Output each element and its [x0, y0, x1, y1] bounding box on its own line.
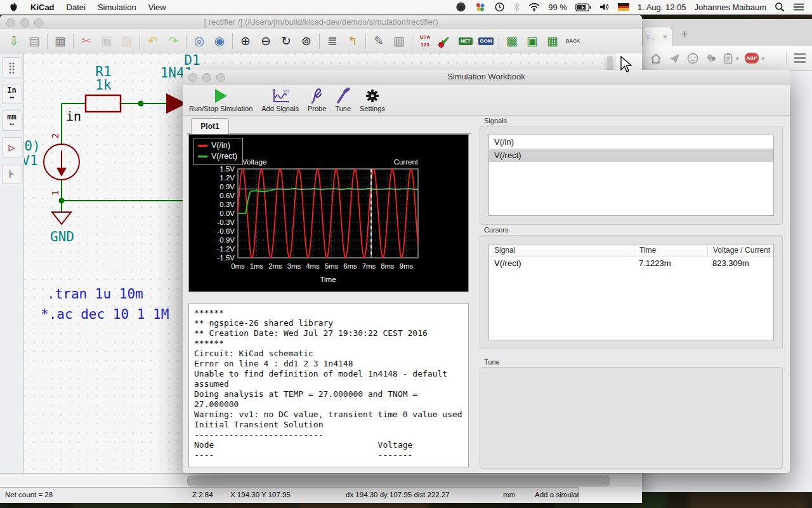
- tab-plot1[interactable]: Plot1: [191, 118, 229, 135]
- annotate-button[interactable]: U?A123: [415, 32, 435, 51]
- close-button[interactable]: [6, 18, 15, 27]
- find-replace-button[interactable]: ◉: [209, 32, 230, 51]
- spotlight-search-icon[interactable]: [775, 2, 785, 12]
- redo-button[interactable]: ↷: [163, 32, 183, 51]
- dark-app-icon[interactable]: [455, 2, 466, 12]
- browser-tab-label: i...: [647, 32, 655, 41]
- scrollbar-thumb[interactable]: [187, 476, 610, 486]
- units-inch-button[interactable]: In↔: [2, 84, 22, 104]
- send-icon[interactable]: [668, 53, 681, 64]
- svg-text:0.0V: 0.0V: [219, 210, 235, 217]
- signal-item[interactable]: V(/rect): [489, 149, 773, 162]
- signal-item[interactable]: V(/in): [489, 135, 773, 149]
- time-machine-icon[interactable]: [494, 2, 505, 12]
- cursors-column-header[interactable]: Voltage / Current: [707, 244, 773, 257]
- cursors-label: Cursors: [484, 226, 509, 234]
- settings-button[interactable]: Settings: [360, 87, 385, 112]
- zoom-button[interactable]: [34, 18, 43, 27]
- leave-sheet-button[interactable]: ↰: [343, 32, 363, 51]
- bubbles-icon[interactable]: [705, 53, 717, 64]
- tune-label: Tune: [484, 358, 500, 366]
- zoom-in-button[interactable]: ⊕: [235, 32, 256, 51]
- german-flag-icon[interactable]: [618, 3, 629, 11]
- footprint-editor-button[interactable]: ▦: [542, 32, 563, 51]
- bom-button[interactable]: BOM: [476, 32, 496, 51]
- cursor-row-cell[interactable]: 7.1223m: [634, 257, 707, 270]
- print-button[interactable]: ▦: [50, 32, 70, 51]
- footprint-associate-button[interactable]: ▣: [522, 32, 542, 51]
- apple-menu[interactable]: [9, 2, 18, 13]
- svg-text:GND: GND: [50, 229, 74, 244]
- adblock-caret-icon[interactable]: ▾: [761, 55, 764, 62]
- tune-button[interactable]: Tune: [335, 87, 351, 112]
- cut-button[interactable]: ✂: [76, 32, 96, 51]
- zoom-fit-button[interactable]: ⊚: [296, 32, 317, 51]
- save-button[interactable]: ⇩: [4, 32, 24, 51]
- redraw-button[interactable]: ↻: [276, 32, 296, 51]
- app-menu-kicad[interactable]: KiCad: [30, 3, 55, 12]
- cursors-table[interactable]: SignalTimeVoltage / CurrentV(/rect)7.122…: [488, 244, 774, 340]
- cursor-shape-button[interactable]: ⊦: [2, 164, 22, 184]
- signals-list[interactable]: V(/in)V(/rect): [488, 135, 774, 216]
- zoom-out-button[interactable]: ⊖: [256, 32, 276, 51]
- sim-plot-pane: Plot1 1.5V1.2V0.9V0.6V0.3V0.0V-0.3V-0.6V…: [187, 117, 471, 470]
- gear-icon: [365, 87, 380, 104]
- clipboard-icon[interactable]: [723, 53, 733, 64]
- library-editor-button[interactable]: ✎: [369, 32, 389, 51]
- menubar-clock: 1. Aug. 12:05: [638, 3, 686, 12]
- hierarchy-navigator-button[interactable]: ≣: [322, 32, 343, 51]
- library-browser-button[interactable]: ▥: [389, 32, 409, 51]
- svg-text:1.2V: 1.2V: [219, 174, 235, 182]
- hidden-pins-button[interactable]: ▷: [2, 137, 22, 157]
- minimize-button[interactable]: [20, 18, 29, 27]
- new-tab-button[interactable]: +: [681, 28, 688, 41]
- paste-button[interactable]: ▧: [117, 32, 137, 51]
- back-annotate-button[interactable]: BACK: [563, 32, 583, 51]
- wifi-icon[interactable]: [528, 3, 540, 11]
- settings-button-label: Settings: [360, 105, 385, 112]
- grid-visibility-button[interactable]: ⣿: [2, 57, 22, 77]
- probe-button[interactable]: Probe: [308, 87, 326, 112]
- clipboard-caret-icon[interactable]: ▾: [736, 55, 739, 62]
- notification-center-icon[interactable]: [793, 3, 804, 11]
- menu-view[interactable]: View: [148, 3, 166, 12]
- volume-icon[interactable]: [599, 3, 610, 11]
- tab-close-icon[interactable]: ×: [662, 32, 667, 41]
- menu-simulation[interactable]: Simulation: [98, 3, 136, 12]
- pcbnew-button[interactable]: ▩: [502, 32, 522, 51]
- copy-button[interactable]: ▣: [96, 32, 117, 51]
- simulation-console[interactable]: ****** ** ngspice-26 shared library ** C…: [188, 304, 469, 467]
- plot-area[interactable]: 1.5V1.2V0.9V0.6V0.3V0.0V-0.3V-0.6V-0.9V-…: [188, 134, 469, 292]
- cursor-row-cell[interactable]: V(/rect): [489, 257, 634, 270]
- cursors-column-header[interactable]: Signal: [489, 244, 634, 257]
- find-button[interactable]: ◎: [189, 32, 209, 51]
- annotate-icon: U?A: [418, 34, 432, 41]
- svg-text:Voltage: Voltage: [242, 158, 266, 166]
- svg-text:0.9V: 0.9V: [219, 183, 235, 190]
- close-button[interactable]: [188, 73, 197, 82]
- kicad-titlebar[interactable]: [ rectifier /] (/Users/jm/build/kicad-de…: [0, 15, 642, 30]
- bluetooth-icon[interactable]: [513, 2, 520, 12]
- add-signals-button[interactable]: V(t)Add Signals: [261, 87, 299, 112]
- undo-button[interactable]: ↶: [143, 32, 163, 51]
- cursors-column-header[interactable]: Time: [634, 244, 707, 257]
- canvas-horizontal-scrollbar[interactable]: [0, 473, 642, 488]
- browser-menu-button[interactable]: [786, 51, 806, 65]
- home-icon[interactable]: [650, 53, 662, 64]
- netlist-icon: NET: [459, 37, 473, 45]
- erc-button[interactable]: ✔: [435, 32, 455, 51]
- units-mm-button[interactable]: mm↔: [2, 110, 22, 131]
- zoom-button[interactable]: [216, 73, 225, 82]
- browser-tab[interactable]: i... ×: [642, 27, 672, 46]
- chat-smiley-icon[interactable]: [686, 53, 699, 64]
- run-stop-button[interactable]: Run/Stop Simulation: [189, 87, 252, 112]
- adblock-badge[interactable]: ABP: [745, 53, 759, 64]
- battery-icon[interactable]: [575, 3, 591, 11]
- menu-datei[interactable]: Datei: [67, 3, 86, 12]
- netlist-button[interactable]: NET: [455, 32, 476, 51]
- minimize-button[interactable]: [202, 73, 211, 82]
- colored-dots-icon[interactable]: [475, 2, 486, 12]
- sim-titlebar[interactable]: Simulation Workbook: [183, 70, 790, 84]
- cursor-row-cell[interactable]: 823.309m: [707, 257, 773, 270]
- sheet-settings-button[interactable]: ▤: [24, 32, 44, 51]
